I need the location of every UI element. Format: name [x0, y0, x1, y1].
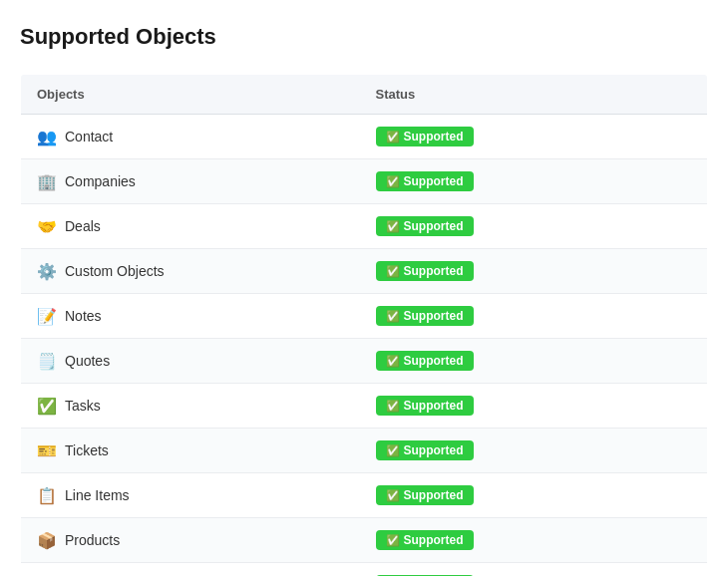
status-cell-11: ✅Supported	[360, 563, 708, 577]
table-row: 📦Products✅Supported	[21, 518, 708, 563]
object-icon-7: ✅	[37, 397, 57, 416]
object-cell-5: 📝Notes	[21, 294, 360, 339]
object-icon-6: 🗒️	[37, 352, 57, 371]
status-label-6: Supported	[404, 354, 464, 368]
status-badge-6: ✅Supported	[376, 351, 474, 371]
status-label-5: Supported	[404, 309, 464, 323]
page-title: Supported Objects	[20, 24, 708, 50]
status-badge-4: ✅Supported	[376, 261, 474, 281]
table-row: 🗂️Tickets✅Supported	[21, 563, 708, 577]
object-name-10: Products	[65, 532, 120, 548]
status-badge-2: ✅Supported	[376, 171, 474, 191]
objects-table: Objects Status 👥Contact✅Supported🏢Compan…	[20, 74, 708, 576]
object-cell-6: 🗒️Quotes	[21, 339, 360, 384]
status-badge-1: ✅Supported	[376, 127, 474, 146]
table-row: ✅Tasks✅Supported	[21, 384, 708, 429]
status-cell-1: ✅Supported	[360, 115, 708, 159]
status-label-1: Supported	[404, 130, 464, 144]
table-row: 🗒️Quotes✅Supported	[21, 339, 708, 384]
object-name-3: Deals	[65, 218, 101, 234]
object-cell-9: 📋Line Items	[21, 473, 360, 518]
object-icon-4: ⚙️	[37, 262, 57, 281]
object-name-2: Companies	[65, 173, 136, 189]
status-cell-4: ✅Supported	[360, 249, 708, 294]
object-icon-10: 📦	[37, 531, 57, 550]
status-cell-10: ✅Supported	[360, 518, 708, 563]
status-cell-5: ✅Supported	[360, 294, 708, 339]
object-icon-5: 📝	[37, 307, 57, 326]
object-cell-8: 🎫Tickets	[21, 429, 360, 473]
status-cell-9: ✅Supported	[360, 473, 708, 518]
status-cell-2: ✅Supported	[360, 159, 708, 204]
object-name-5: Notes	[65, 308, 102, 324]
object-cell-2: 🏢Companies	[21, 159, 360, 204]
object-icon-8: 🎫	[37, 441, 57, 460]
object-name-8: Tickets	[65, 442, 109, 458]
status-cell-3: ✅Supported	[360, 204, 708, 249]
status-badge-7: ✅Supported	[376, 396, 474, 416]
status-cell-7: ✅Supported	[360, 384, 708, 429]
object-icon-2: 🏢	[37, 172, 57, 191]
object-cell-4: ⚙️Custom Objects	[21, 249, 360, 294]
col-header-objects: Objects	[21, 75, 360, 115]
table-row: 📋Line Items✅Supported	[21, 473, 708, 518]
status-badge-5: ✅Supported	[376, 306, 474, 326]
table-row: 🎫Tickets✅Supported	[21, 429, 708, 473]
table-row: 👥Contact✅Supported	[21, 115, 708, 159]
status-label-10: Supported	[404, 533, 464, 547]
status-badge-3: ✅Supported	[376, 216, 474, 236]
status-badge-8: ✅Supported	[376, 440, 474, 460]
object-cell-11: 🗂️Tickets	[21, 563, 360, 577]
object-icon-1: 👥	[37, 128, 57, 146]
object-name-7: Tasks	[65, 398, 101, 414]
object-name-1: Contact	[65, 129, 113, 144]
status-badge-10: ✅Supported	[376, 530, 474, 550]
table-header: Objects Status	[21, 75, 708, 115]
status-cell-8: ✅Supported	[360, 429, 708, 473]
status-label-2: Supported	[404, 174, 464, 188]
status-cell-6: ✅Supported	[360, 339, 708, 384]
status-label-3: Supported	[404, 219, 464, 233]
object-cell-3: 🤝Deals	[21, 204, 360, 249]
object-name-4: Custom Objects	[65, 263, 165, 279]
col-header-status: Status	[360, 75, 708, 115]
table-row: 🏢Companies✅Supported	[21, 159, 708, 204]
table-row: ⚙️Custom Objects✅Supported	[21, 249, 708, 294]
object-name-6: Quotes	[65, 353, 110, 369]
status-badge-9: ✅Supported	[376, 485, 474, 505]
table-row: 🤝Deals✅Supported	[21, 204, 708, 249]
object-icon-9: 📋	[37, 486, 57, 505]
object-name-9: Line Items	[65, 487, 130, 503]
status-label-4: Supported	[404, 264, 464, 278]
object-cell-1: 👥Contact	[21, 115, 360, 159]
table-row: 📝Notes✅Supported	[21, 294, 708, 339]
object-cell-10: 📦Products	[21, 518, 360, 563]
object-cell-7: ✅Tasks	[21, 384, 360, 429]
status-label-8: Supported	[404, 443, 464, 457]
status-label-9: Supported	[404, 488, 464, 502]
object-icon-3: 🤝	[37, 217, 57, 236]
status-label-7: Supported	[404, 399, 464, 413]
